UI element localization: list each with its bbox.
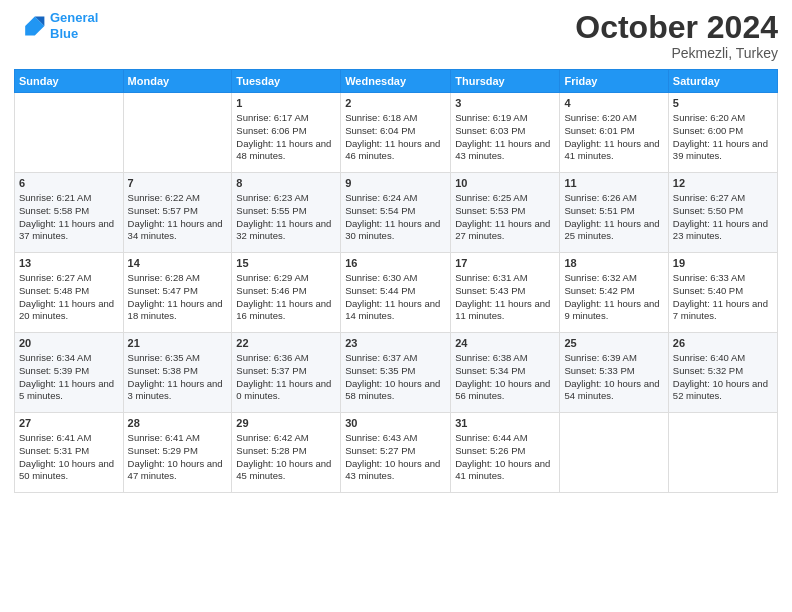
day-number: 11 — [564, 176, 663, 191]
day-info: Sunset: 6:00 PM — [673, 125, 773, 138]
day-info: Daylight: 10 hours and 52 minutes. — [673, 378, 773, 404]
calendar-cell: 6Sunrise: 6:21 AMSunset: 5:58 PMDaylight… — [15, 173, 124, 253]
day-number: 16 — [345, 256, 446, 271]
day-info: Sunrise: 6:37 AM — [345, 352, 446, 365]
day-info: Daylight: 11 hours and 48 minutes. — [236, 138, 336, 164]
day-info: Sunrise: 6:17 AM — [236, 112, 336, 125]
day-info: Daylight: 11 hours and 7 minutes. — [673, 298, 773, 324]
calendar-cell: 20Sunrise: 6:34 AMSunset: 5:39 PMDayligh… — [15, 333, 124, 413]
day-info: Daylight: 10 hours and 50 minutes. — [19, 458, 119, 484]
day-info: Sunset: 6:04 PM — [345, 125, 446, 138]
calendar-cell: 12Sunrise: 6:27 AMSunset: 5:50 PMDayligh… — [668, 173, 777, 253]
day-info: Sunrise: 6:32 AM — [564, 272, 663, 285]
day-info: Sunset: 5:33 PM — [564, 365, 663, 378]
day-info: Sunset: 5:35 PM — [345, 365, 446, 378]
day-info: Sunset: 5:28 PM — [236, 445, 336, 458]
day-info: Sunrise: 6:19 AM — [455, 112, 555, 125]
logo-text: General Blue — [50, 10, 98, 41]
day-number: 18 — [564, 256, 663, 271]
day-info: Sunrise: 6:36 AM — [236, 352, 336, 365]
day-number: 5 — [673, 96, 773, 111]
calendar-week-row: 13Sunrise: 6:27 AMSunset: 5:48 PMDayligh… — [15, 253, 778, 333]
calendar-cell: 9Sunrise: 6:24 AMSunset: 5:54 PMDaylight… — [341, 173, 451, 253]
day-number: 8 — [236, 176, 336, 191]
day-number: 13 — [19, 256, 119, 271]
day-info: Daylight: 10 hours and 45 minutes. — [236, 458, 336, 484]
calendar-cell: 11Sunrise: 6:26 AMSunset: 5:51 PMDayligh… — [560, 173, 668, 253]
calendar-table: Sunday Monday Tuesday Wednesday Thursday… — [14, 69, 778, 493]
col-saturday: Saturday — [668, 70, 777, 93]
col-friday: Friday — [560, 70, 668, 93]
day-info: Sunrise: 6:38 AM — [455, 352, 555, 365]
day-info: Sunrise: 6:41 AM — [19, 432, 119, 445]
day-info: Sunset: 5:57 PM — [128, 205, 228, 218]
calendar-cell: 8Sunrise: 6:23 AMSunset: 5:55 PMDaylight… — [232, 173, 341, 253]
day-number: 22 — [236, 336, 336, 351]
day-info: Sunset: 5:32 PM — [673, 365, 773, 378]
day-info: Sunset: 5:44 PM — [345, 285, 446, 298]
day-info: Daylight: 10 hours and 58 minutes. — [345, 378, 446, 404]
calendar-cell: 1Sunrise: 6:17 AMSunset: 6:06 PMDaylight… — [232, 93, 341, 173]
day-info: Daylight: 11 hours and 30 minutes. — [345, 218, 446, 244]
calendar-body: 1Sunrise: 6:17 AMSunset: 6:06 PMDaylight… — [15, 93, 778, 493]
calendar-cell: 29Sunrise: 6:42 AMSunset: 5:28 PMDayligh… — [232, 413, 341, 493]
calendar-cell: 13Sunrise: 6:27 AMSunset: 5:48 PMDayligh… — [15, 253, 124, 333]
day-info: Daylight: 11 hours and 37 minutes. — [19, 218, 119, 244]
day-info: Sunset: 5:43 PM — [455, 285, 555, 298]
day-info: Sunrise: 6:30 AM — [345, 272, 446, 285]
day-info: Sunset: 5:50 PM — [673, 205, 773, 218]
day-info: Daylight: 11 hours and 11 minutes. — [455, 298, 555, 324]
day-info: Daylight: 10 hours and 43 minutes. — [345, 458, 446, 484]
day-info: Sunrise: 6:24 AM — [345, 192, 446, 205]
day-number: 19 — [673, 256, 773, 271]
day-info: Daylight: 11 hours and 25 minutes. — [564, 218, 663, 244]
day-info: Daylight: 10 hours and 47 minutes. — [128, 458, 228, 484]
calendar-cell: 16Sunrise: 6:30 AMSunset: 5:44 PMDayligh… — [341, 253, 451, 333]
month-title: October 2024 — [575, 10, 778, 45]
day-info: Sunset: 5:51 PM — [564, 205, 663, 218]
day-info: Sunrise: 6:26 AM — [564, 192, 663, 205]
day-info: Sunrise: 6:35 AM — [128, 352, 228, 365]
day-info: Daylight: 10 hours and 56 minutes. — [455, 378, 555, 404]
calendar-cell: 30Sunrise: 6:43 AMSunset: 5:27 PMDayligh… — [341, 413, 451, 493]
calendar-cell: 15Sunrise: 6:29 AMSunset: 5:46 PMDayligh… — [232, 253, 341, 333]
day-number: 26 — [673, 336, 773, 351]
day-info: Sunset: 6:01 PM — [564, 125, 663, 138]
day-info: Sunrise: 6:27 AM — [19, 272, 119, 285]
day-info: Sunset: 5:53 PM — [455, 205, 555, 218]
day-info: Sunset: 5:48 PM — [19, 285, 119, 298]
calendar-cell: 5Sunrise: 6:20 AMSunset: 6:00 PMDaylight… — [668, 93, 777, 173]
day-info: Sunrise: 6:44 AM — [455, 432, 555, 445]
day-number: 14 — [128, 256, 228, 271]
calendar-cell: 3Sunrise: 6:19 AMSunset: 6:03 PMDaylight… — [451, 93, 560, 173]
calendar-cell: 21Sunrise: 6:35 AMSunset: 5:38 PMDayligh… — [123, 333, 232, 413]
day-number: 1 — [236, 96, 336, 111]
col-wednesday: Wednesday — [341, 70, 451, 93]
calendar-cell: 14Sunrise: 6:28 AMSunset: 5:47 PMDayligh… — [123, 253, 232, 333]
day-info: Sunset: 5:34 PM — [455, 365, 555, 378]
day-info: Sunrise: 6:33 AM — [673, 272, 773, 285]
calendar-week-row: 1Sunrise: 6:17 AMSunset: 6:06 PMDaylight… — [15, 93, 778, 173]
day-info: Daylight: 10 hours and 41 minutes. — [455, 458, 555, 484]
day-info: Sunrise: 6:22 AM — [128, 192, 228, 205]
day-number: 4 — [564, 96, 663, 111]
day-info: Daylight: 11 hours and 27 minutes. — [455, 218, 555, 244]
day-info: Daylight: 11 hours and 32 minutes. — [236, 218, 336, 244]
day-info: Sunset: 5:40 PM — [673, 285, 773, 298]
day-number: 31 — [455, 416, 555, 431]
day-info: Sunrise: 6:34 AM — [19, 352, 119, 365]
day-number: 12 — [673, 176, 773, 191]
day-number: 10 — [455, 176, 555, 191]
day-info: Daylight: 11 hours and 9 minutes. — [564, 298, 663, 324]
day-info: Sunrise: 6:20 AM — [564, 112, 663, 125]
day-number: 2 — [345, 96, 446, 111]
day-info: Sunrise: 6:40 AM — [673, 352, 773, 365]
day-number: 6 — [19, 176, 119, 191]
day-info: Daylight: 10 hours and 54 minutes. — [564, 378, 663, 404]
calendar-cell: 10Sunrise: 6:25 AMSunset: 5:53 PMDayligh… — [451, 173, 560, 253]
day-info: Sunrise: 6:29 AM — [236, 272, 336, 285]
day-info: Sunset: 5:54 PM — [345, 205, 446, 218]
day-info: Daylight: 11 hours and 39 minutes. — [673, 138, 773, 164]
day-info: Sunset: 5:58 PM — [19, 205, 119, 218]
day-info: Sunset: 5:42 PM — [564, 285, 663, 298]
